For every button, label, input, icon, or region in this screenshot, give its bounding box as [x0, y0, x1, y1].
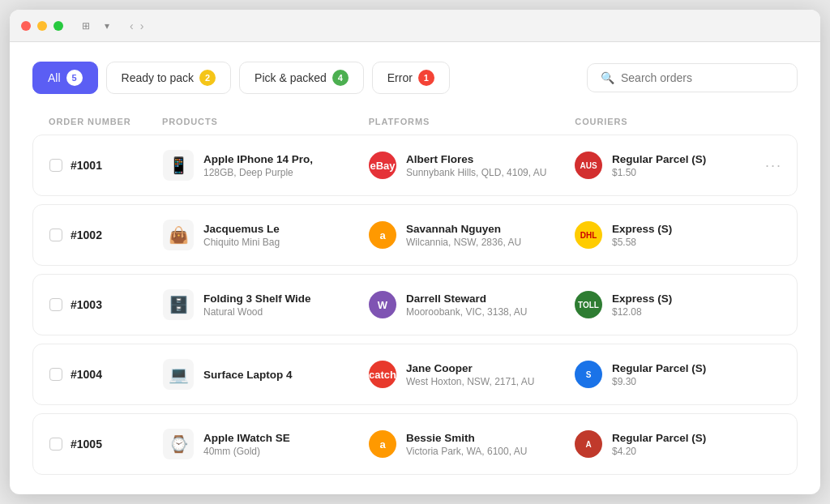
table-header: ORDER NUMBER PRODUCTS PLATFORMS COURIERS [32, 117, 798, 135]
product-name: Apple IWatch SE [203, 432, 290, 444]
platform-logo: a [369, 430, 396, 458]
tab-ready-label: Ready to pack [122, 71, 195, 84]
search-icon: 🔍 [601, 71, 614, 84]
platform-cell: W Darrell Steward Mooroobank, VIC, 3138,… [369, 291, 575, 318]
tab-pick-packed[interactable]: Pick & packed 4 [239, 62, 364, 94]
product-cell: 🗄️ Folding 3 Shelf Wide Natural Wood [163, 289, 369, 320]
courier-service: Express (S) [612, 223, 672, 235]
table-row[interactable]: #1004 💻 Surface Laptop 4 catch Jane Coop… [32, 344, 798, 405]
close-button[interactable] [21, 21, 31, 31]
customer-name: Darrell Steward [406, 293, 527, 305]
product-image: 🗄️ [163, 289, 194, 320]
order-checkbox[interactable] [49, 159, 62, 172]
customer-address: Wilcannia, NSW, 2836, AU [406, 237, 521, 248]
product-sub: 40mm (Gold) [203, 446, 290, 457]
maximize-button[interactable] [53, 21, 63, 31]
order-number: #1005 [49, 438, 163, 451]
product-image: 💻 [163, 359, 194, 390]
courier-service: Regular Parcel (S) [612, 362, 706, 374]
col-order-number: ORDER NUMBER [49, 117, 162, 126]
product-cell: 📱 Apple IPhone 14 Pro, 128GB, Deep Purpl… [163, 150, 369, 181]
product-name: Apple IPhone 14 Pro, [203, 153, 313, 165]
platform-logo: eBay [369, 152, 396, 179]
courier-service: Regular Parcel (S) [612, 153, 706, 165]
order-number: #1001 [49, 159, 163, 172]
product-cell: 💻 Surface Laptop 4 [163, 359, 369, 390]
courier-service: Regular Parcel (S) [612, 432, 706, 444]
order-checkbox[interactable] [49, 298, 62, 311]
platform-logo: catch [369, 361, 396, 388]
order-checkbox[interactable] [49, 368, 62, 381]
courier-logo: TOLL [575, 291, 602, 318]
tab-all-badge: 5 [66, 70, 83, 86]
tab-all[interactable]: All 5 [32, 62, 98, 94]
col-products: PRODUCTS [162, 117, 369, 126]
chevron-down-icon[interactable]: ▾ [99, 18, 115, 34]
order-checkbox[interactable] [49, 438, 62, 451]
order-checkbox[interactable] [49, 229, 62, 241]
courier-cell: A Regular Parcel (S) $4.20 [575, 430, 781, 458]
platform-cell: catch Jane Cooper West Hoxton, NSW, 2171… [369, 361, 575, 388]
platform-cell: a Bessie Smith Victoria Park, WA, 6100, … [369, 430, 575, 458]
courier-cell: S Regular Parcel (S) $9.30 [575, 361, 781, 388]
row-actions-menu[interactable]: ··· [765, 157, 782, 174]
customer-name: Bessie Smith [406, 432, 527, 444]
search-input[interactable] [621, 71, 784, 84]
tab-packed-label: Pick & packed [255, 71, 327, 84]
product-sub: Chiquito Mini Bag [203, 237, 280, 248]
table-row[interactable]: #1005 ⌚ Apple IWatch SE 40mm (Gold) a Be… [32, 413, 798, 475]
platform-cell: eBay Albert Flores Sunnybank Hills, QLD,… [369, 152, 575, 179]
search-box: 🔍 [587, 63, 798, 92]
courier-cell: AUS Regular Parcel (S) $1.50 [575, 152, 781, 179]
window-icon[interactable]: ⊞ [78, 18, 94, 34]
minimize-button[interactable] [37, 21, 47, 31]
courier-price: $9.30 [612, 376, 706, 387]
customer-name: Albert Flores [406, 153, 546, 165]
courier-price: $1.50 [612, 167, 706, 178]
courier-logo: AUS [575, 152, 602, 179]
col-couriers: COURIERS [575, 117, 781, 126]
forward-arrow-icon[interactable]: › [139, 19, 146, 32]
orders-list: #1001 📱 Apple IPhone 14 Pro, 128GB, Deep… [32, 135, 798, 475]
platform-logo: W [369, 291, 396, 318]
customer-name: Savannah Nguyen [406, 223, 521, 235]
tab-ready-badge: 2 [199, 70, 216, 86]
product-name: Surface Laptop 4 [203, 369, 293, 381]
product-image: ⌚ [163, 429, 194, 459]
order-number: #1003 [49, 298, 163, 311]
tab-all-label: All [48, 71, 61, 84]
col-platforms: PLATFORMS [369, 117, 575, 126]
customer-address: Mooroobank, VIC, 3138, AU [406, 306, 527, 318]
platform-logo: a [369, 221, 396, 249]
customer-address: West Hoxton, NSW, 2171, AU [406, 376, 535, 387]
table-row[interactable]: #1002 👜 Jacquemus Le Chiquito Mini Bag a… [32, 204, 798, 266]
product-cell: 👜 Jacquemus Le Chiquito Mini Bag [163, 220, 369, 250]
tab-ready-to-pack[interactable]: Ready to pack 2 [106, 62, 232, 94]
tab-packed-badge: 4 [332, 70, 349, 86]
product-name: Folding 3 Shelf Wide [203, 293, 311, 305]
tab-error[interactable]: Error 1 [372, 62, 450, 94]
courier-logo: DHL [575, 221, 602, 249]
table-row[interactable]: #1003 🗄️ Folding 3 Shelf Wide Natural Wo… [32, 274, 798, 335]
courier-service: Express (S) [612, 293, 672, 305]
courier-price: $12.08 [612, 306, 672, 318]
courier-cell: TOLL Express (S) $12.08 [575, 291, 781, 318]
tab-error-label: Error [387, 71, 413, 84]
courier-logo: A [575, 430, 602, 458]
product-name: Jacquemus Le [203, 223, 280, 235]
product-image: 👜 [163, 220, 194, 250]
toolbar: All 5 Ready to pack 2 Pick & packed 4 Er… [32, 62, 798, 94]
order-number: #1002 [49, 229, 163, 241]
customer-name: Jane Cooper [406, 362, 535, 374]
product-sub: Natural Wood [203, 306, 311, 318]
courier-price: $4.20 [612, 446, 706, 457]
product-image: 📱 [163, 150, 194, 181]
back-arrow-icon[interactable]: ‹ [128, 19, 135, 32]
customer-address: Sunnybank Hills, QLD, 4109, AU [406, 167, 546, 178]
tab-error-badge: 1 [418, 70, 434, 86]
platform-cell: a Savannah Nguyen Wilcannia, NSW, 2836, … [369, 221, 575, 249]
courier-cell: DHL Express (S) $5.58 [575, 221, 781, 249]
table-row[interactable]: #1001 📱 Apple IPhone 14 Pro, 128GB, Deep… [32, 135, 798, 196]
product-cell: ⌚ Apple IWatch SE 40mm (Gold) [163, 429, 369, 459]
courier-logo: S [575, 361, 602, 388]
